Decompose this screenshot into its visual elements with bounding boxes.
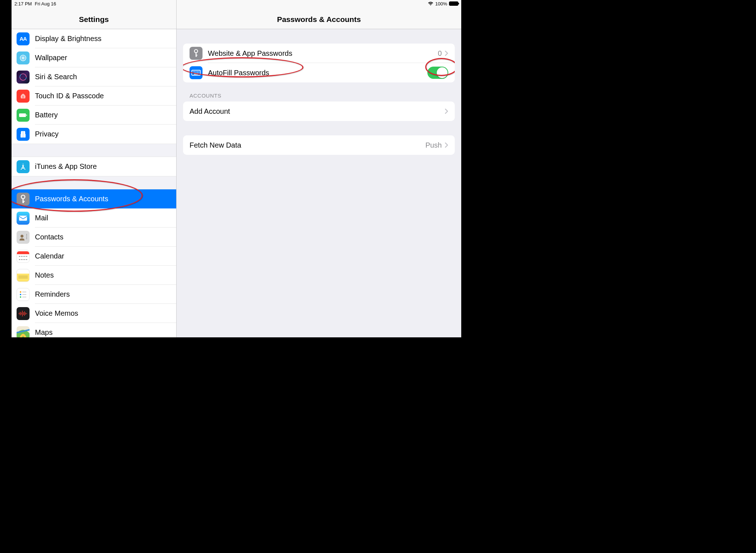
svg-rect-13 bbox=[23, 198, 24, 203]
sidebar-item-label: Battery bbox=[35, 111, 58, 119]
sidebar-item-siri[interactable]: Siri & Search bbox=[12, 67, 176, 86]
sidebar-item-battery[interactable]: Battery bbox=[12, 105, 176, 125]
svg-rect-47 bbox=[193, 73, 194, 73]
svg-point-23 bbox=[20, 294, 21, 295]
row-label: Add Account bbox=[190, 107, 445, 116]
svg-rect-20 bbox=[26, 237, 27, 238]
chevron-right-icon bbox=[445, 142, 448, 148]
appstore-icon bbox=[17, 160, 30, 173]
svg-rect-52 bbox=[194, 74, 198, 75]
svg-rect-39 bbox=[196, 55, 197, 55]
notes-icon bbox=[17, 269, 30, 282]
sidebar-item-wallpaper[interactable]: Wallpaper bbox=[12, 48, 176, 67]
svg-rect-43 bbox=[194, 71, 195, 72]
sidebar-item-reminders[interactable]: Reminders bbox=[12, 285, 176, 304]
calendar-icon: • • • • • • • • • • bbox=[17, 250, 30, 263]
section-header-accounts: ACCOUNTS bbox=[183, 82, 455, 102]
contacts-icon bbox=[17, 231, 30, 244]
display-icon: AA bbox=[17, 32, 30, 45]
key-icon bbox=[17, 193, 30, 206]
sidebar-item-touchid[interactable]: Touch ID & Passcode bbox=[12, 86, 176, 105]
keyboard-icon bbox=[190, 66, 203, 79]
sidebar-item-itunes[interactable]: iTunes & App Store bbox=[12, 157, 176, 176]
row-add-account[interactable]: Add Account bbox=[183, 102, 455, 121]
row-fetch-new-data[interactable]: Fetch New Data Push bbox=[183, 135, 455, 155]
sidebar-item-label: Maps bbox=[35, 328, 53, 337]
sidebar-item-display[interactable]: AA Display & Brightness bbox=[12, 29, 176, 48]
status-time: 2:17 PM bbox=[14, 1, 32, 6]
svg-rect-38 bbox=[196, 52, 196, 57]
mail-icon bbox=[17, 212, 30, 225]
chevron-right-icon bbox=[445, 50, 448, 56]
row-label: Fetch New Data bbox=[190, 141, 425, 149]
sidebar-item-label: Voice Memos bbox=[35, 309, 78, 318]
sidebar-item-label: Calendar bbox=[35, 252, 64, 260]
svg-rect-45 bbox=[197, 71, 198, 72]
svg-rect-51 bbox=[199, 73, 199, 73]
touchid-icon bbox=[17, 90, 30, 103]
row-label: Website & App Passwords bbox=[208, 49, 438, 58]
svg-rect-48 bbox=[194, 73, 195, 73]
svg-rect-50 bbox=[197, 73, 198, 73]
row-website-passwords[interactable]: Website & App Passwords 0 bbox=[183, 44, 455, 63]
settings-sidebar: Settings AA Display & Brightness Wallpap… bbox=[12, 0, 177, 337]
sidebar-item-notes[interactable]: Notes bbox=[12, 266, 176, 285]
svg-rect-9 bbox=[26, 114, 27, 116]
row-value: Push bbox=[425, 141, 442, 149]
svg-rect-14 bbox=[23, 201, 25, 202]
maps-icon bbox=[17, 326, 30, 338]
svg-rect-19 bbox=[26, 235, 27, 236]
autofill-toggle[interactable] bbox=[427, 67, 448, 79]
svg-point-12 bbox=[21, 195, 25, 199]
sidebar-item-label: Reminders bbox=[35, 290, 70, 298]
siri-icon bbox=[17, 71, 30, 84]
sidebar-item-voicememos[interactable]: Voice Memos bbox=[12, 304, 176, 323]
sidebar-item-label: iTunes & App Store bbox=[35, 162, 97, 171]
row-autofill-passwords[interactable]: AutoFill Passwords bbox=[183, 63, 455, 82]
wallpaper-icon bbox=[17, 51, 30, 64]
sidebar-item-label: Wallpaper bbox=[35, 54, 67, 62]
svg-rect-40 bbox=[196, 56, 197, 57]
detail-panel: Passwords & Accounts Website & App Passw… bbox=[177, 0, 461, 337]
sidebar-item-label: Contacts bbox=[35, 233, 63, 241]
row-label: AutoFill Passwords bbox=[208, 69, 427, 77]
sidebar-item-passwords[interactable]: Passwords & Accounts bbox=[12, 189, 176, 208]
svg-rect-44 bbox=[196, 71, 196, 72]
battery-percent: 100% bbox=[435, 1, 447, 6]
svg-rect-8 bbox=[19, 113, 26, 117]
battery-icon-row bbox=[17, 109, 30, 122]
svg-point-22 bbox=[20, 291, 21, 293]
sidebar-item-calendar[interactable]: • • • • • • • • • • Calendar bbox=[12, 247, 176, 266]
sidebar-item-label: Siri & Search bbox=[35, 73, 77, 81]
privacy-icon bbox=[17, 128, 30, 141]
sidebar-item-label: Display & Brightness bbox=[35, 35, 102, 43]
svg-rect-46 bbox=[199, 71, 199, 72]
svg-rect-21 bbox=[26, 238, 27, 239]
row-value: 0 bbox=[438, 49, 442, 58]
status-date: Fri Aug 16 bbox=[35, 1, 56, 6]
sidebar-item-label: Touch ID & Passcode bbox=[35, 92, 104, 100]
sidebar-item-maps[interactable]: Maps bbox=[12, 323, 176, 337]
svg-rect-15 bbox=[23, 202, 24, 203]
sidebar-item-label: Privacy bbox=[35, 130, 59, 138]
sidebar-item-label: Mail bbox=[35, 214, 48, 222]
svg-rect-42 bbox=[193, 71, 194, 72]
status-bar: 2:17 PM Fri Aug 16 100% bbox=[12, 0, 461, 7]
svg-point-24 bbox=[20, 296, 21, 298]
reminders-icon bbox=[17, 288, 30, 301]
chevron-right-icon bbox=[445, 108, 448, 114]
voicememos-icon bbox=[17, 307, 30, 320]
key-icon bbox=[190, 47, 203, 60]
sidebar-item-privacy[interactable]: Privacy bbox=[12, 125, 176, 144]
svg-rect-49 bbox=[196, 73, 196, 73]
sidebar-item-contacts[interactable]: Contacts bbox=[12, 228, 176, 247]
sidebar-item-label: Notes bbox=[35, 271, 54, 279]
svg-rect-16 bbox=[19, 216, 27, 221]
battery-icon bbox=[449, 1, 458, 6]
svg-point-17 bbox=[21, 235, 23, 238]
svg-rect-18 bbox=[26, 234, 27, 235]
wifi-icon bbox=[428, 1, 433, 6]
sidebar-item-mail[interactable]: Mail bbox=[12, 208, 176, 228]
sidebar-item-label: Passwords & Accounts bbox=[35, 195, 108, 203]
